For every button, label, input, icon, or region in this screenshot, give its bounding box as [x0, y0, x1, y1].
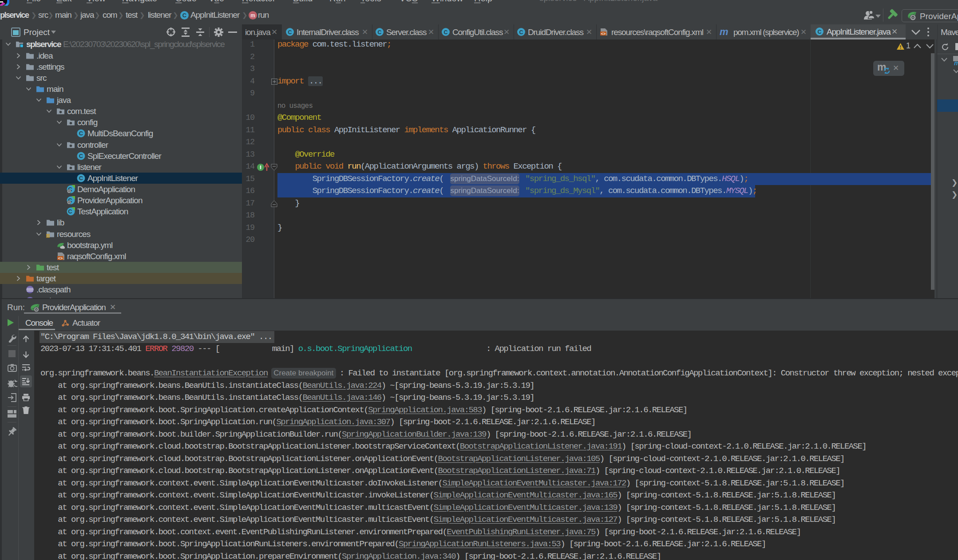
- svg-text:<>: <>: [58, 256, 63, 260]
- svg-text:C: C: [79, 153, 83, 159]
- svg-text:C: C: [79, 175, 83, 181]
- svg-text:C: C: [79, 130, 83, 137]
- svg-text:C: C: [68, 208, 72, 215]
- svg-text:m: m: [250, 12, 255, 19]
- svg-text:<>: <>: [601, 32, 606, 36]
- svg-text:C: C: [377, 29, 381, 35]
- svg-text:C: C: [288, 29, 292, 35]
- svg-text:C: C: [817, 29, 821, 35]
- svg-text:C: C: [443, 29, 447, 35]
- svg-text:C: C: [519, 29, 523, 35]
- svg-text:C: C: [182, 12, 187, 19]
